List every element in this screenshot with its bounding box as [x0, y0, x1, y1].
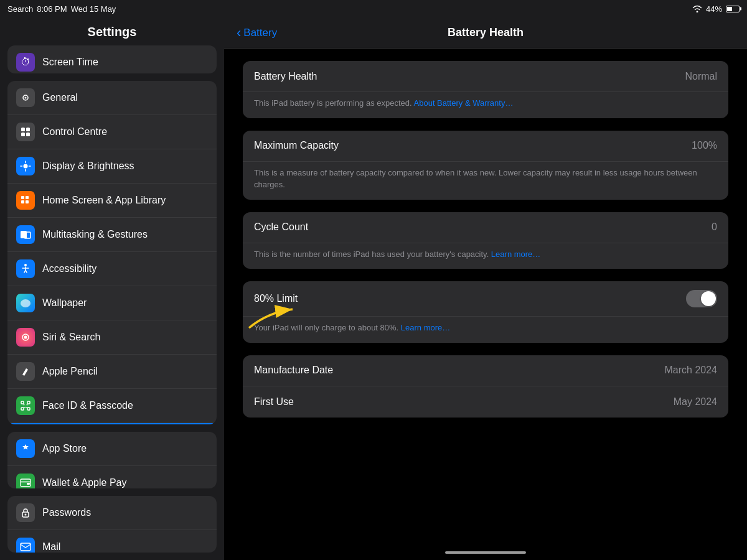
back-button[interactable]: ‹ Battery	[237, 25, 277, 41]
sidebar-group-screen: ⏱ Screen Time	[7, 45, 217, 73]
card-row-first-use: First Use May 2024	[243, 386, 728, 418]
multitasking-label: Multitasking & Gestures	[42, 229, 208, 240]
status-right: 44%	[692, 4, 740, 14]
card-group-cycle: Cycle Count 0 This is the number of time…	[243, 212, 728, 269]
svg-point-25	[27, 404, 28, 406]
battery-percentage: 44%	[706, 4, 722, 14]
general-label: General	[42, 92, 208, 103]
sidebar-item-multitasking[interactable]: Multitasking & Gestures	[7, 218, 217, 252]
battery-health-label: Battery Health	[254, 71, 685, 82]
cycle-count-value: 0	[712, 222, 717, 233]
face-id-label: Face ID & Passcode	[42, 400, 208, 411]
svg-rect-20	[21, 401, 24, 404]
card-group-capacity: Maximum Capacity 100% This is a measure …	[243, 131, 728, 200]
sidebar-group-store: App Store Wallet & Apple Pay	[7, 432, 217, 488]
siri-search-icon	[16, 328, 35, 347]
toggle-knob	[701, 291, 716, 306]
sidebar-item-home-screen[interactable]: Home Screen & App Library	[7, 184, 217, 218]
sidebar-item-display-brightness[interactable]: Display & Brightness	[7, 149, 217, 184]
first-use-value: May 2024	[674, 396, 717, 408]
svg-rect-14	[26, 200, 29, 203]
sidebar-item-face-id[interactable]: Face ID & Passcode	[7, 389, 217, 423]
battery-health-desc: This iPad battery is performing as expec…	[243, 92, 728, 118]
wallet-label: Wallet & Apple Pay	[42, 477, 208, 488]
card-group-health: Battery Health Normal This iPad battery …	[243, 61, 728, 118]
manufacture-date-label: Manufacture Date	[254, 365, 665, 376]
sidebar-group-accounts: Passwords Mail	[7, 496, 217, 553]
svg-point-33	[25, 513, 27, 515]
cards-area: Battery Health Normal This iPad battery …	[224, 49, 747, 442]
cycle-learn-more-link[interactable]: Learn more…	[491, 250, 540, 259]
sidebar-item-screen-time[interactable]: ⏱ Screen Time	[7, 45, 217, 73]
card-group-limit: 80% Limit Your iPad will only charge to …	[243, 281, 728, 343]
mail-label: Mail	[42, 541, 208, 553]
back-label: Battery	[243, 27, 277, 39]
sidebar-item-accessibility[interactable]: Accessibility	[7, 252, 217, 286]
card-group-dates: Manufacture Date March 2024 First Use Ma…	[243, 355, 728, 418]
accessibility-icon	[16, 259, 35, 278]
face-id-icon	[16, 396, 35, 415]
cycle-count-desc: This is the number of times iPad has use…	[243, 243, 728, 269]
sidebar-item-apple-pencil[interactable]: Apple Pencil	[7, 355, 217, 389]
content-area: ‹ Battery Battery Health Battery Health …	[224, 17, 747, 560]
sidebar-item-control-centre[interactable]: Control Centre	[7, 115, 217, 149]
card-row-battery-health: Battery Health Normal	[243, 61, 728, 92]
apple-pencil-label: Apple Pencil	[42, 366, 208, 377]
content-spacer	[224, 442, 747, 547]
card-row-max-capacity: Maximum Capacity 100%	[243, 131, 728, 162]
sidebar-item-app-store[interactable]: App Store	[7, 432, 217, 466]
limit-learn-more-link[interactable]: Learn more…	[401, 323, 450, 332]
main-layout: Settings ⏱ Screen Time General	[0, 17, 747, 560]
svg-point-6	[24, 164, 28, 169]
max-capacity-value: 100%	[692, 140, 717, 151]
card-row-cycle-count: Cycle Count 0	[243, 212, 728, 243]
sidebar-item-siri-search[interactable]: Siri & Search	[7, 320, 217, 355]
sidebar: Settings ⏱ Screen Time General	[0, 17, 224, 560]
battery-warranty-link[interactable]: About Battery & Warranty…	[414, 98, 514, 108]
search-label: Search	[7, 4, 33, 14]
sidebar-item-general[interactable]: General	[7, 81, 217, 115]
mail-icon	[16, 538, 35, 553]
svg-rect-4	[21, 133, 25, 136]
sidebar-group-system: General Control Centre	[7, 81, 217, 424]
status-time: 8:06 PM	[37, 4, 67, 14]
sidebar-item-passwords[interactable]: Passwords	[7, 496, 217, 530]
status-bar: Search 8:06 PM Wed 15 May 44%	[0, 0, 747, 17]
svg-rect-30	[21, 481, 31, 483]
svg-rect-31	[27, 483, 30, 485]
svg-rect-21	[27, 401, 30, 404]
svg-rect-2	[21, 128, 25, 131]
limit-card-wrapper: 80% Limit Your iPad will only charge to …	[243, 281, 728, 355]
home-screen-label: Home Screen & App Library	[42, 195, 208, 206]
first-use-label: First Use	[254, 396, 674, 408]
limit-80-toggle[interactable]	[686, 290, 717, 307]
svg-point-17	[24, 264, 27, 266]
status-left: Search 8:06 PM Wed 15 May	[7, 4, 116, 14]
wallpaper-label: Wallpaper	[42, 297, 208, 309]
svg-rect-23	[27, 408, 30, 410]
svg-point-24	[24, 404, 25, 406]
display-brightness-label: Display & Brightness	[42, 161, 208, 172]
general-icon	[16, 88, 35, 107]
svg-rect-5	[26, 133, 30, 136]
sidebar-item-wallpaper[interactable]: Wallpaper	[7, 286, 217, 320]
sidebar-item-mail[interactable]: Mail	[7, 530, 217, 553]
svg-point-1	[25, 97, 27, 99]
screen-time-label: Screen Time	[42, 57, 208, 68]
card-row-manufacture-date: Manufacture Date March 2024	[243, 355, 728, 386]
wallpaper-icon	[16, 294, 35, 312]
home-indicator	[224, 546, 747, 560]
display-brightness-icon	[16, 157, 35, 175]
control-centre-icon	[16, 123, 35, 141]
app-store-icon	[16, 439, 35, 458]
status-date: Wed 15 May	[71, 4, 116, 14]
home-bar	[445, 551, 526, 554]
svg-rect-13	[21, 200, 24, 203]
sidebar-item-wallet[interactable]: Wallet & Apple Pay	[7, 466, 217, 488]
sidebar-item-battery[interactable]: Battery	[7, 423, 217, 424]
svg-rect-12	[26, 196, 29, 199]
svg-rect-22	[21, 408, 24, 410]
wallet-icon	[16, 474, 35, 488]
siri-search-label: Siri & Search	[42, 332, 208, 343]
passwords-label: Passwords	[42, 507, 208, 518]
